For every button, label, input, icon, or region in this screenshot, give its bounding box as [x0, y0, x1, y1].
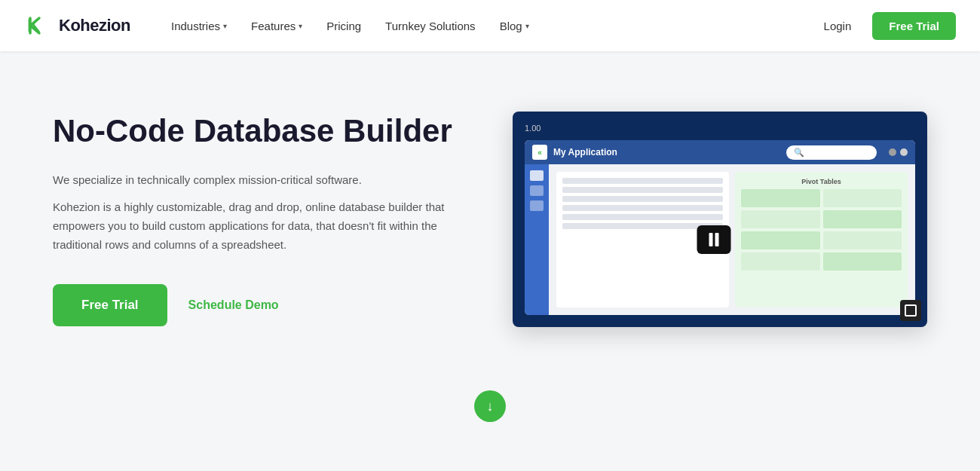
- fullscreen-icon[interactable]: [900, 300, 921, 321]
- logo[interactable]: K « Kohezion: [24, 12, 130, 39]
- pivot-cell: [823, 210, 902, 228]
- pivot-cell: [741, 189, 820, 207]
- table-row-mock: [562, 205, 723, 211]
- app-window: « My Application 🔍: [525, 140, 915, 315]
- pause-icon: [709, 233, 718, 246]
- pivot-label: Pivot Tables: [741, 178, 902, 185]
- app-logo-small: «: [532, 145, 547, 160]
- nav-links: Industries ▾ Features ▾ Pricing Turnkey …: [161, 14, 815, 38]
- nav-right: Login Free Trial: [815, 12, 956, 40]
- pause-bar-right: [715, 233, 718, 246]
- video-container: 1.00 « My Application 🔍: [513, 112, 927, 327]
- pivot-cell: [741, 231, 820, 249]
- sidebar-icon-3: [530, 200, 544, 211]
- app-sidebar: [525, 164, 549, 315]
- table-row-mock: [562, 196, 723, 202]
- table-row-mock: [562, 187, 723, 193]
- app-content: Pivot Tables: [549, 164, 915, 315]
- navbar: K « Kohezion Industries ▾ Features ▾ Pri…: [0, 0, 980, 51]
- scroll-down-button[interactable]: ↓: [474, 390, 506, 422]
- nav-free-trial-button[interactable]: Free Trial: [872, 12, 956, 40]
- pivot-cell: [741, 210, 820, 228]
- video-timestamp: 1.00: [525, 124, 915, 133]
- pivot-cell: [823, 252, 902, 271]
- sidebar-icon-1: [530, 170, 544, 181]
- maximize-icon: [900, 148, 908, 156]
- brand-name: Kohezion: [59, 16, 130, 35]
- schedule-demo-link[interactable]: Schedule Demo: [188, 298, 279, 312]
- hero-title: No-Code Database Builder: [53, 112, 467, 150]
- pause-button[interactable]: [697, 225, 730, 254]
- nav-item-blog[interactable]: Blog ▾: [489, 14, 540, 38]
- table-row-mock: [562, 178, 723, 184]
- nav-item-turnkey[interactable]: Turnkey Solutions: [375, 14, 486, 38]
- hero-actions: Free Trial Schedule Demo: [53, 284, 467, 326]
- hero-right: 1.00 « My Application 🔍: [513, 112, 927, 327]
- scroll-arrow-icon: ↓: [487, 399, 494, 413]
- hero-free-trial-button[interactable]: Free Trial: [53, 284, 167, 326]
- hero-left: No-Code Database Builder We specialize i…: [53, 112, 467, 327]
- minimize-icon: [889, 148, 896, 156]
- app-title: My Application: [553, 147, 780, 158]
- pivot-cell: [823, 189, 902, 207]
- scroll-indicator: ↓: [0, 372, 980, 430]
- chevron-down-icon: ▾: [223, 22, 227, 30]
- nav-item-features[interactable]: Features ▾: [240, 14, 313, 38]
- app-search: 🔍: [786, 145, 877, 160]
- fullscreen-inner: [905, 304, 917, 317]
- hero-section: No-Code Database Builder We specialize i…: [23, 51, 957, 372]
- pivot-cell: [823, 231, 902, 249]
- table-row-mock: [562, 214, 723, 220]
- hero-description-1: We specialize in technically complex mis…: [53, 171, 467, 189]
- chevron-down-icon: ▾: [525, 22, 529, 30]
- hero-description-2: Kohezion is a highly customizable, drag …: [53, 198, 467, 254]
- nav-item-industries[interactable]: Industries ▾: [161, 14, 237, 38]
- app-titlebar: « My Application 🔍: [525, 140, 915, 164]
- login-button[interactable]: Login: [815, 14, 861, 38]
- pause-bar-left: [709, 233, 712, 246]
- app-body: Pivot Tables: [525, 164, 915, 315]
- chevron-down-icon: ▾: [299, 22, 302, 30]
- pivot-grid: [741, 189, 902, 271]
- app-window-controls: [889, 148, 908, 156]
- sidebar-icon-2: [530, 185, 544, 196]
- pivot-cell: [741, 252, 820, 271]
- nav-item-pricing[interactable]: Pricing: [316, 14, 372, 38]
- content-panel-pivot: Pivot Tables: [735, 172, 908, 307]
- logo-icon: K «: [24, 12, 51, 39]
